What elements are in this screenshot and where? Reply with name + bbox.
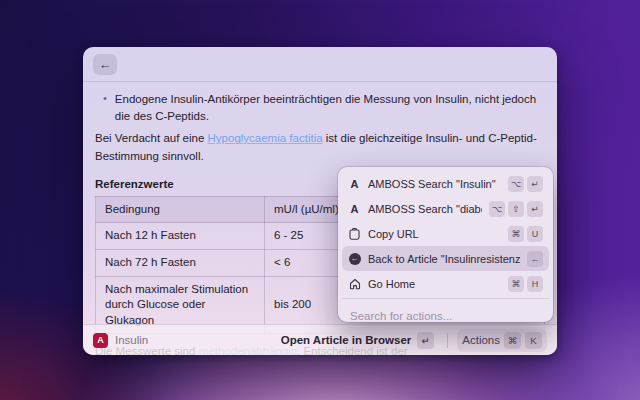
menu-item-copy-url[interactable]: Copy URL ⌘ U bbox=[342, 221, 549, 246]
open-article-label: Open Article in Browser bbox=[281, 334, 412, 346]
shortcut-keys: ⌥ ↵ bbox=[508, 176, 543, 192]
command-keycap: ⌘ bbox=[504, 332, 521, 349]
menu-item-amboss-search-diabetes[interactable]: A AMBOSS Search "diabetes" ⌥ ⇧ ↵ bbox=[342, 196, 549, 221]
hypoglycaemia-link[interactable]: Hypoglycaemia factitia bbox=[208, 132, 323, 144]
table-cell: Nach 72 h Fasten bbox=[96, 250, 265, 277]
menu-item-back-to-article[interactable]: ← Back to Article "Insulinresistenz" ← bbox=[342, 246, 549, 271]
open-article-in-browser-button[interactable]: Open Article in Browser ↵ bbox=[277, 329, 439, 352]
back-button[interactable]: ← bbox=[93, 54, 117, 75]
k-keycap: K bbox=[525, 332, 542, 349]
menu-item-label: Go Home bbox=[368, 278, 415, 290]
menu-item-amboss-search-insulin[interactable]: A AMBOSS Search "Insulin" ⌥ ↵ bbox=[342, 171, 549, 196]
shortcut-keys: ⌘ H bbox=[508, 276, 543, 292]
menu-item-label: Back to Article "Insulinresistenz" bbox=[368, 253, 520, 265]
u-keycap: U bbox=[527, 226, 543, 242]
bullet-item: • Endogene Insulin-Antikörper beeinträch… bbox=[103, 91, 545, 124]
menu-item-go-home[interactable]: Go Home ⌘ H bbox=[342, 271, 549, 296]
actions-menu-panel: A AMBOSS Search "Insulin" ⌥ ↵ A AMBOSS S… bbox=[338, 167, 553, 322]
shortcut-keys: ⌥ ⇧ ↵ bbox=[489, 201, 543, 217]
actions-label: Actions bbox=[462, 334, 500, 346]
menu-item-label: AMBOSS Search "diabetes" bbox=[368, 203, 482, 215]
paragraph-text: Bei Verdacht auf eine bbox=[95, 132, 208, 144]
command-keycap: ⌘ bbox=[508, 226, 524, 242]
actions-button[interactable]: Actions ⌘ K bbox=[457, 329, 547, 352]
bullet-marker: • bbox=[103, 91, 107, 124]
return-keycap: ↵ bbox=[527, 201, 543, 217]
shortcut-keys: ⌘ U bbox=[508, 226, 543, 242]
amboss-logo-icon: A bbox=[93, 333, 108, 348]
left-arrow-keycap: ← bbox=[527, 251, 543, 267]
h-keycap: H bbox=[527, 276, 543, 292]
paragraph-hypoglycaemia: Bei Verdacht auf eine Hypoglycaemia fact… bbox=[95, 130, 545, 166]
clipboard-icon bbox=[348, 228, 361, 240]
table-header-cell: Bedingung bbox=[96, 196, 265, 223]
option-keycap: ⌥ bbox=[489, 201, 505, 217]
amboss-a-icon: A bbox=[348, 203, 361, 215]
table-cell: Nach 12 h Fasten bbox=[96, 223, 265, 250]
shortcut-keys: ← bbox=[527, 251, 543, 267]
footer-source-label: Insulin bbox=[115, 334, 148, 346]
menu-item-label: Copy URL bbox=[368, 228, 419, 240]
footer-actions: Open Article in Browser ↵ Actions ⌘ K bbox=[277, 329, 547, 352]
option-keycap: ⌥ bbox=[508, 176, 524, 192]
footer-divider bbox=[447, 333, 448, 348]
shift-keycap: ⇧ bbox=[508, 201, 524, 217]
window-header: ← bbox=[83, 47, 557, 82]
bullet-text: Endogene Insulin-Antikörper beeinträchti… bbox=[115, 91, 545, 124]
amboss-a-icon: A bbox=[348, 178, 361, 190]
actions-search-input[interactable] bbox=[348, 309, 547, 323]
menu-item-label: AMBOSS Search "Insulin" bbox=[368, 178, 496, 190]
home-icon bbox=[348, 278, 361, 290]
actions-search-row bbox=[342, 298, 549, 331]
command-keycap: ⌘ bbox=[508, 276, 524, 292]
return-keycap: ↵ bbox=[527, 176, 543, 192]
return-keycap: ↵ bbox=[417, 332, 434, 349]
back-circle-icon: ← bbox=[348, 253, 361, 265]
